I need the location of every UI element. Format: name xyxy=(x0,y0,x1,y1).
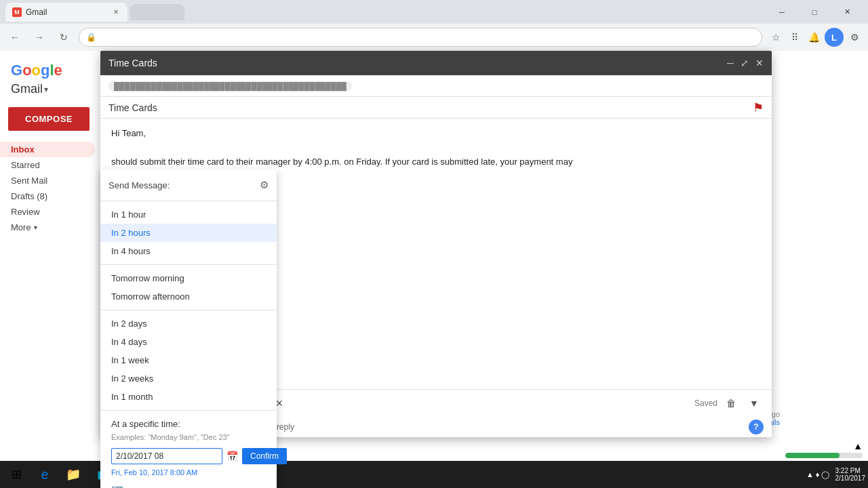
snooze-date-display: Fri, Feb 10, 2017 8:00 AM xyxy=(100,467,277,481)
more-options-icon[interactable]: ▼ xyxy=(745,394,764,413)
snooze-settings-icon[interactable]: ⚙ xyxy=(260,179,269,191)
compose-button[interactable]: COMPOSE xyxy=(8,107,90,131)
user-avatar[interactable]: L xyxy=(825,28,844,47)
email-subject-text: Time Cards xyxy=(108,102,157,113)
start-button[interactable]: ⊞ xyxy=(3,461,30,488)
more-caret-icon: ▾ xyxy=(34,224,37,231)
notification-icon[interactable]: 🔔 xyxy=(806,29,822,45)
snooze-item-in-4-days[interactable]: In 4 days xyxy=(100,333,277,351)
settings-icon[interactable]: ⚙ xyxy=(846,29,863,45)
minimize-button[interactable]: ─ xyxy=(766,1,797,23)
snooze-examples: Examples: "Monday 9am", "Dec 23" xyxy=(100,432,277,445)
snooze-header: Send Message: ⚙ xyxy=(100,175,277,197)
taskbar-clock: 3:22 PM2/10/2017 xyxy=(835,467,866,482)
tab-favicon: M xyxy=(12,7,22,17)
snooze-item-tomorrow-afternoon[interactable]: Tomorrow afternoon xyxy=(100,287,277,306)
snooze-datetime-input[interactable] xyxy=(111,448,222,464)
sidebar-item-sent[interactable]: Sent Mail xyxy=(0,173,95,188)
google-apps-icon[interactable]: ⠿ xyxy=(787,29,803,45)
bookmark-icon[interactable]: ☆ xyxy=(768,29,784,45)
snooze-item-in-2-hours[interactable]: In 2 hours xyxy=(100,224,277,242)
email-body-greeting: Hi Team, xyxy=(111,127,761,141)
taskbar-file-icon[interactable]: 📁 xyxy=(60,461,87,488)
progress-bar xyxy=(785,453,863,458)
gmail-caret-icon[interactable]: ▾ xyxy=(44,85,48,94)
email-to-field[interactable]: ████████████████████████████████████████… xyxy=(100,75,772,97)
progress-area: ▲ xyxy=(780,438,868,461)
email-subject-field[interactable]: Time Cards ⚑ xyxy=(100,97,772,119)
back-button[interactable]: ← xyxy=(5,28,24,47)
snooze-divider-1 xyxy=(100,201,277,201)
address-bar[interactable]: 🔒 xyxy=(79,28,762,47)
email-body-line2: should submit their time card to their m… xyxy=(111,155,761,169)
saved-status: Saved xyxy=(694,399,717,408)
snooze-item-in-1-hour[interactable]: In 1 hour xyxy=(100,205,277,224)
delete-button[interactable]: 🗑 xyxy=(722,394,741,413)
progress-fill xyxy=(785,453,840,458)
snooze-item-tomorrow-morning[interactable]: Tomorrow morning xyxy=(100,269,277,287)
snooze-item-in-4-hours[interactable]: In 4 hours xyxy=(100,242,277,260)
important-icon: ⚑ xyxy=(753,100,764,115)
taskbar-edge-icon[interactable]: e xyxy=(31,461,58,488)
close-button[interactable]: ✕ xyxy=(831,1,863,23)
calendar-icon[interactable]: 📅 xyxy=(226,448,238,464)
taskbar-systray: ▲ ♦ ◯ 3:22 PM2/10/2017 xyxy=(806,467,865,482)
snooze-item-in-1-month[interactable]: In 1 month xyxy=(100,388,277,406)
sidebar-item-inbox[interactable]: Inbox xyxy=(0,142,95,157)
tab-close-button[interactable]: ✕ xyxy=(111,7,121,17)
toolbar-icons: ☆ ⠿ 🔔 L ⚙ xyxy=(768,28,863,47)
sidebar-item-drafts[interactable]: Drafts (8) xyxy=(0,188,95,204)
help-button[interactable]: ? xyxy=(749,420,764,434)
snooze-header-label: Send Message: xyxy=(108,180,170,190)
sidebar-item-review[interactable]: Review xyxy=(0,204,95,220)
reload-button[interactable]: ↻ xyxy=(54,28,73,47)
to-placeholder: ████████████████████████████████████████… xyxy=(108,81,352,91)
gmail-label: Gmail ▾ xyxy=(0,82,100,104)
modal-close-button[interactable]: ✕ xyxy=(755,58,764,68)
window-controls: ─ □ ✕ xyxy=(766,1,863,23)
snooze-recurring-button[interactable]: 🔄 Schedule recurring message xyxy=(100,481,277,488)
snooze-item-in-2-days[interactable]: In 2 days xyxy=(100,314,277,333)
systray-icons: ▲ ♦ ◯ xyxy=(806,470,830,479)
modal-expand-button[interactable]: ⤢ xyxy=(741,58,749,68)
forward-button[interactable]: → xyxy=(30,28,49,47)
sidebar-item-more[interactable]: More ▾ xyxy=(0,220,100,235)
snooze-item-in-2-weeks[interactable]: In 2 weeks xyxy=(100,369,277,388)
inactive-tab[interactable] xyxy=(130,4,184,20)
snooze-divider-2 xyxy=(100,264,277,265)
email-modal-title: Time Cards xyxy=(108,58,727,68)
tab-label: Gmail xyxy=(26,7,47,17)
address-bar-text: 🔒 xyxy=(86,33,755,42)
snooze-confirm-button[interactable]: Confirm xyxy=(242,448,287,464)
sidebar: Google Gmail ▾ COMPOSE Inbox Starred Sen… xyxy=(0,51,100,488)
chevron-up-icon[interactable]: ▲ xyxy=(853,441,863,451)
snooze-input-row: 📅 Confirm xyxy=(100,445,277,467)
maximize-button[interactable]: □ xyxy=(799,1,830,23)
snooze-divider-4 xyxy=(100,410,277,411)
modal-minimize-button[interactable]: ─ xyxy=(727,58,734,68)
snooze-specific-label: At a specific time: xyxy=(100,415,277,432)
sidebar-item-starred[interactable]: Starred xyxy=(0,157,95,173)
snooze-item-in-1-week[interactable]: In 1 week xyxy=(100,351,277,369)
active-tab[interactable]: M Gmail ✕ xyxy=(5,3,127,22)
snooze-dropdown: Send Message: ⚙ In 1 hour In 2 hours In … xyxy=(100,169,277,488)
snooze-divider-3 xyxy=(100,310,277,310)
email-modal-header: Time Cards ─ ⤢ ✕ xyxy=(100,51,772,75)
email-modal-controls: ─ ⤢ ✕ xyxy=(727,58,764,68)
